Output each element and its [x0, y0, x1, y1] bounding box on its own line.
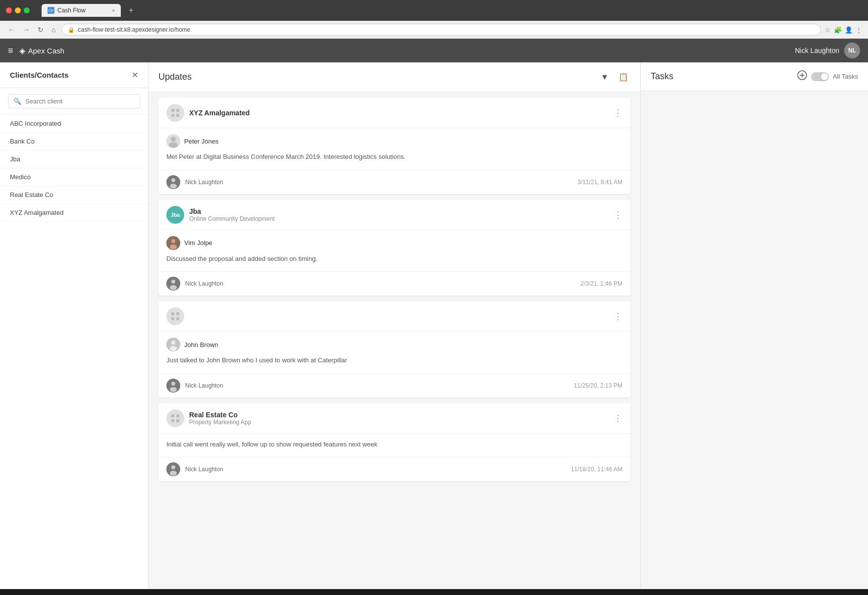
vim-jolpe-avatar: [166, 236, 180, 250]
app-main: Clients/Contacts ✕ 🔍 ABC Incorporated Ba…: [0, 62, 868, 589]
home-button[interactable]: ⌂: [50, 25, 57, 35]
xyz-company-name: XYZ Amalgamated: [189, 109, 609, 117]
unknown-update-footer: Nick Laughton 11/25/20, 2:13 PM: [158, 373, 630, 397]
svg-point-10: [171, 239, 175, 243]
add-task-button[interactable]: [797, 70, 807, 83]
updates-panel: Updates ▼ 📋: [149, 62, 640, 589]
search-input[interactable]: [25, 98, 135, 105]
unknown-update-text: Just talked to John Brown who I used to …: [166, 355, 622, 365]
sidebar-clients-list: ABC Incorporated Bank Co Jba Medico Real…: [0, 115, 148, 589]
svg-rect-0: [171, 109, 174, 112]
all-tasks-toggle[interactable]: [811, 72, 829, 81]
realestate-company-name: Real Estate Co: [189, 411, 609, 419]
xyz-author-avatar: [166, 175, 180, 189]
svg-rect-28: [176, 419, 179, 422]
unknown-update-time: 11/25/20, 2:13 PM: [574, 382, 622, 389]
sidebar: Clients/Contacts ✕ 🔍 ABC Incorporated Ba…: [0, 62, 149, 589]
traffic-lights: [6, 7, 30, 13]
update-card-unknown: ⋮ John Brown Just talked to John Brown w…: [158, 301, 630, 397]
bookmark-icon[interactable]: ☆: [825, 26, 831, 34]
jba-company-icon: Jba: [166, 206, 184, 224]
svg-point-14: [170, 285, 177, 290]
app-topbar: ≡ ◈ Apex Cash Nick Laughton NL: [0, 39, 868, 62]
xyz-card-menu-button[interactable]: ⋮: [613, 107, 622, 118]
forward-button[interactable]: →: [21, 25, 32, 35]
xyz-contact-row: Peter Jones: [166, 134, 622, 148]
svg-point-13: [171, 280, 175, 284]
svg-point-11: [170, 245, 177, 249]
search-icon: 🔍: [13, 98, 21, 105]
jba-update-content: Vim Jolpe Discussed the proposal and add…: [158, 230, 630, 272]
tab-close-button[interactable]: ×: [112, 8, 115, 13]
svg-point-8: [170, 184, 177, 189]
realestate-update-time: 11/18/20, 11:46 AM: [571, 466, 622, 473]
sidebar-item-jba[interactable]: Jba: [0, 150, 148, 168]
close-traffic-light[interactable]: [6, 7, 12, 13]
update-card-realestate-header: Real Estate Co Property Marketing App ⋮: [158, 403, 630, 434]
sidebar-item-bankco[interactable]: Bank Co: [0, 133, 148, 150]
jba-company-name: Jba: [189, 207, 609, 215]
xyz-update-footer: Nick Laughton 3/11/21, 8:41 AM: [158, 170, 630, 194]
new-tab-button[interactable]: +: [125, 6, 137, 15]
sidebar-item-xyz[interactable]: XYZ Amalgamated: [0, 204, 148, 222]
svg-rect-18: [176, 317, 179, 320]
svg-point-31: [170, 471, 177, 476]
svg-point-21: [170, 346, 177, 351]
update-card-xyz-header: XYZ Amalgamated ⋮: [158, 98, 630, 128]
unknown-contact-row: John Brown: [166, 338, 622, 351]
unknown-card-menu-button[interactable]: ⋮: [613, 311, 622, 322]
unknown-author-name: Nick Laughton: [185, 382, 569, 389]
hamburger-menu-icon[interactable]: ≡: [8, 46, 13, 56]
realestate-card-menu-button[interactable]: ⋮: [613, 413, 622, 424]
profile-icon[interactable]: 👤: [845, 26, 853, 34]
jba-card-menu-button[interactable]: ⋮: [613, 209, 622, 220]
maximize-traffic-light[interactable]: [24, 7, 30, 13]
export-icon[interactable]: 📋: [616, 70, 630, 84]
refresh-button[interactable]: ↻: [36, 25, 46, 35]
updates-header: Updates ▼ 📋: [149, 62, 640, 92]
user-avatar[interactable]: NL: [844, 43, 860, 58]
menu-icon[interactable]: ⋮: [856, 26, 862, 34]
browser-tab[interactable]: CF Cash Flow ×: [42, 4, 121, 17]
peter-jones-name: Peter Jones: [184, 138, 218, 145]
sidebar-item-medico[interactable]: Medico: [0, 168, 148, 186]
app-logo: ◈ Apex Cash: [19, 46, 64, 55]
user-initials: NL: [848, 47, 856, 54]
update-card-jba-header: Jba Jba Online Community Development ⋮: [158, 200, 630, 230]
realestate-author-name: Nick Laughton: [185, 466, 566, 473]
unknown-company-icon: [166, 307, 184, 325]
app-name: Apex Cash: [28, 47, 64, 55]
jba-update-text: Discussed the proposal and added section…: [166, 254, 622, 264]
sidebar-item-realestate[interactable]: Real Estate Co: [0, 186, 148, 204]
sidebar-item-abc[interactable]: ABC Incorporated: [0, 115, 148, 133]
svg-rect-17: [171, 317, 174, 320]
sidebar-search: 🔍: [0, 88, 148, 115]
toggle-knob: [821, 73, 828, 80]
realestate-company-icon: [166, 409, 184, 427]
address-bar[interactable]: 🔒 cash-flow-test-sit.k8.apexdesigner.io/…: [61, 24, 821, 36]
tasks-header: Tasks All Tasks: [641, 62, 868, 91]
unknown-update-content: John Brown Just talked to John Brown who…: [158, 332, 630, 373]
topbar-right: Nick Laughton NL: [795, 43, 860, 58]
update-card-jba: Jba Jba Online Community Development ⋮: [158, 200, 630, 296]
filter-icon[interactable]: ▼: [599, 71, 611, 84]
tab-favicon: CF: [48, 7, 54, 14]
vim-jolpe-name: Vim Jolpe: [184, 239, 212, 247]
realestate-update-text: Initial call went really well, follow up…: [166, 440, 622, 449]
svg-point-4: [171, 137, 176, 142]
update-card-unknown-header: ⋮: [158, 301, 630, 332]
svg-rect-27: [171, 419, 174, 422]
search-input-wrapper: 🔍: [8, 94, 140, 108]
header-actions: ▼ 📋: [599, 70, 630, 84]
back-button[interactable]: ←: [6, 25, 17, 35]
minimize-traffic-light[interactable]: [15, 7, 21, 13]
all-tasks-label: All Tasks: [833, 73, 858, 80]
sidebar-header: Clients/Contacts ✕: [0, 62, 148, 88]
xyz-author-name: Nick Laughton: [185, 179, 572, 186]
jba-company-subtitle: Online Community Development: [189, 215, 609, 222]
tab-title: Cash Flow: [57, 7, 86, 14]
extensions-icon[interactable]: 🧩: [834, 26, 842, 34]
sidebar-close-button[interactable]: ✕: [132, 70, 138, 80]
peter-jones-avatar: [166, 134, 180, 148]
jba-contact-row: Vim Jolpe: [166, 236, 622, 250]
